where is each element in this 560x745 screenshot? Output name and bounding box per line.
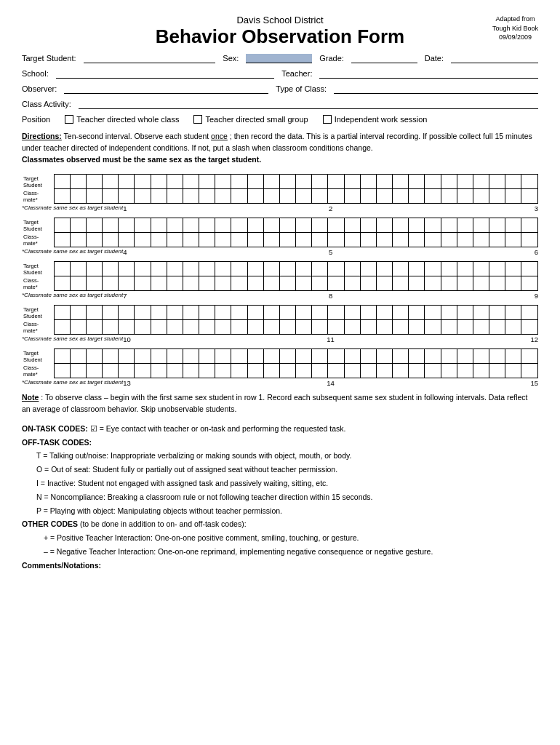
cell[interactable] xyxy=(312,349,328,364)
cell[interactable] xyxy=(135,349,151,364)
cell[interactable] xyxy=(199,233,215,247)
cell[interactable] xyxy=(263,233,279,247)
cell[interactable] xyxy=(183,218,199,233)
cell[interactable] xyxy=(151,175,167,189)
cell[interactable] xyxy=(199,262,215,276)
cell[interactable] xyxy=(183,233,199,247)
cell[interactable] xyxy=(119,320,135,335)
cell[interactable] xyxy=(86,306,102,320)
cell[interactable] xyxy=(425,320,441,335)
cell[interactable] xyxy=(86,218,102,233)
cell[interactable] xyxy=(70,175,86,189)
cell[interactable] xyxy=(393,306,409,320)
observer-input[interactable] xyxy=(64,84,268,94)
cell[interactable] xyxy=(409,364,425,378)
cell[interactable] xyxy=(119,218,135,233)
cell[interactable] xyxy=(360,175,376,189)
cell[interactable] xyxy=(54,306,70,320)
cell[interactable] xyxy=(296,233,312,247)
cell[interactable] xyxy=(393,349,409,364)
cell[interactable] xyxy=(279,306,295,320)
cell[interactable] xyxy=(409,306,425,320)
cell[interactable] xyxy=(505,218,521,233)
cell[interactable] xyxy=(328,233,344,247)
cell[interactable] xyxy=(279,276,295,291)
cell[interactable] xyxy=(103,306,119,320)
cell[interactable] xyxy=(86,233,102,247)
cell[interactable] xyxy=(183,320,199,335)
position-option-3[interactable]: Independent work session xyxy=(323,115,428,124)
cell[interactable] xyxy=(393,364,409,378)
cell[interactable] xyxy=(151,276,167,291)
cell[interactable] xyxy=(247,175,263,189)
cell[interactable] xyxy=(328,320,344,335)
cell[interactable] xyxy=(247,233,263,247)
teacher-input[interactable] xyxy=(319,69,538,79)
cell[interactable] xyxy=(425,276,441,291)
cell[interactable] xyxy=(441,218,457,233)
cell[interactable] xyxy=(328,306,344,320)
cell[interactable] xyxy=(376,320,392,335)
grade-input[interactable] xyxy=(351,54,417,63)
cell[interactable] xyxy=(135,175,151,189)
cell[interactable] xyxy=(409,276,425,291)
cell[interactable] xyxy=(393,189,409,204)
cell[interactable] xyxy=(103,189,119,204)
cell[interactable] xyxy=(521,349,538,364)
cell[interactable] xyxy=(135,364,151,378)
position-option-2[interactable]: Teacher directed small group xyxy=(193,115,308,124)
cell[interactable] xyxy=(215,262,231,276)
cell[interactable] xyxy=(457,364,473,378)
cell[interactable] xyxy=(441,233,457,247)
cell[interactable] xyxy=(457,306,473,320)
cell[interactable] xyxy=(231,262,247,276)
cell[interactable] xyxy=(215,175,231,189)
cell[interactable] xyxy=(473,218,489,233)
cell[interactable] xyxy=(54,175,70,189)
cell[interactable] xyxy=(505,349,521,364)
cell[interactable] xyxy=(54,364,70,378)
cell[interactable] xyxy=(199,189,215,204)
cell[interactable] xyxy=(312,189,328,204)
cell[interactable] xyxy=(86,175,102,189)
cell[interactable] xyxy=(441,189,457,204)
cell[interactable] xyxy=(312,364,328,378)
cell[interactable] xyxy=(393,175,409,189)
cell[interactable] xyxy=(360,218,376,233)
cell[interactable] xyxy=(521,175,538,189)
cell[interactable] xyxy=(505,320,521,335)
cell[interactable] xyxy=(296,189,312,204)
cell[interactable] xyxy=(263,306,279,320)
cell[interactable] xyxy=(376,175,392,189)
cell[interactable] xyxy=(425,349,441,364)
cell[interactable] xyxy=(247,349,263,364)
cell[interactable] xyxy=(70,320,86,335)
cell[interactable] xyxy=(505,175,521,189)
cell[interactable] xyxy=(489,364,505,378)
cell[interactable] xyxy=(376,364,392,378)
cell[interactable] xyxy=(521,218,538,233)
cell[interactable] xyxy=(328,276,344,291)
checkbox-small-group[interactable] xyxy=(193,115,202,124)
cell[interactable] xyxy=(360,262,376,276)
cell[interactable] xyxy=(489,233,505,247)
cell[interactable] xyxy=(473,320,489,335)
cell[interactable] xyxy=(312,175,328,189)
cell[interactable] xyxy=(119,233,135,247)
cell[interactable] xyxy=(231,175,247,189)
cell[interactable] xyxy=(409,218,425,233)
cell[interactable] xyxy=(489,349,505,364)
cell[interactable] xyxy=(215,364,231,378)
school-input[interactable] xyxy=(56,69,275,79)
cell[interactable] xyxy=(263,364,279,378)
cell[interactable] xyxy=(489,262,505,276)
cell[interactable] xyxy=(70,306,86,320)
cell[interactable] xyxy=(505,306,521,320)
cell[interactable] xyxy=(167,233,183,247)
cell[interactable] xyxy=(457,320,473,335)
cell[interactable] xyxy=(119,276,135,291)
cell[interactable] xyxy=(103,262,119,276)
cell[interactable] xyxy=(70,364,86,378)
cell[interactable] xyxy=(489,306,505,320)
cell[interactable] xyxy=(247,320,263,335)
